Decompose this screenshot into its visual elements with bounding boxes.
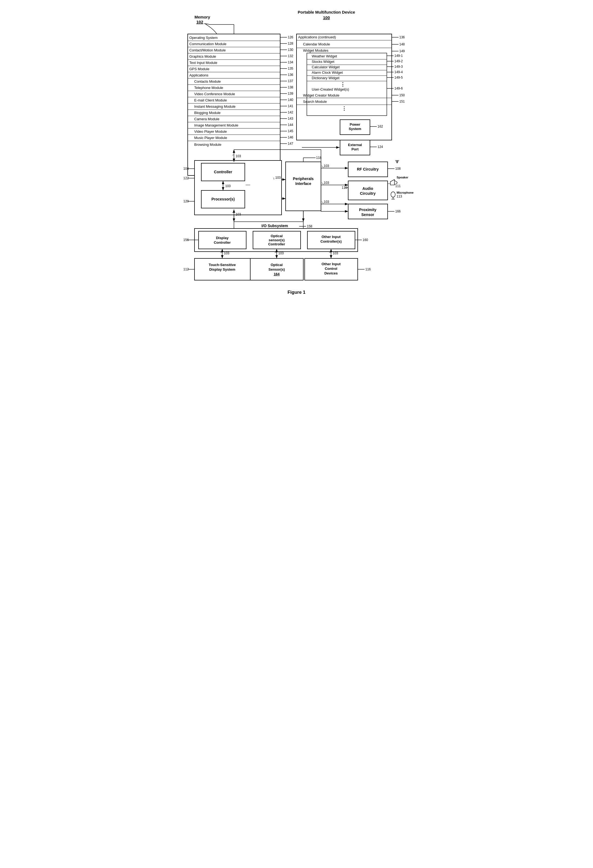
dots1: ⋮: [340, 81, 345, 87]
ref-156: 156: [183, 238, 189, 242]
videoconf-ref: 139: [288, 92, 293, 96]
proximity-label: Proximity: [359, 208, 376, 212]
bus-103-b: 103: [236, 154, 241, 158]
main-diagram: Memory 102 Portable Multifunction Device…: [180, 6, 413, 305]
apps-cont-ref: 136: [399, 35, 405, 39]
apps-ref: 136: [288, 73, 293, 77]
ref-112: 112: [183, 267, 189, 271]
contacts-ref: 137: [288, 79, 293, 83]
browsing-ref: 147: [288, 142, 293, 146]
speaker-wave: [394, 180, 397, 184]
dict-ref: 149-5: [394, 75, 403, 80]
alarm-ref: 149-4: [394, 70, 403, 74]
bus-103-a: 103: [275, 176, 281, 180]
other-devices-label2: Control: [325, 267, 337, 271]
rf-ref: 108: [395, 167, 401, 171]
proximity-ref: 166: [395, 210, 401, 213]
touch-display-label: Touch-Sensitive: [209, 263, 236, 267]
stocks-label: Stocks Widget: [312, 59, 334, 63]
search-ref: 151: [399, 100, 405, 103]
bus-103-other: 103: [333, 251, 338, 255]
camera-ref: 143: [288, 117, 293, 121]
dots2: ⋮: [342, 106, 347, 111]
im-label: Instant Messaging Module: [194, 105, 236, 109]
figure-label: Figure 1: [288, 290, 305, 295]
videoplayer-ref: 145: [288, 129, 293, 133]
os-ref: 126: [288, 35, 293, 39]
bus-103-opt: 103: [278, 251, 284, 255]
optical-ctrl-label3: Controller: [268, 242, 285, 246]
speaker-label: Speaker: [397, 176, 409, 179]
email-ref: 140: [288, 98, 293, 102]
other-input-ctrl-label2: Controller(s): [320, 239, 342, 244]
optical-sensor-label2: Sensor(s): [268, 267, 285, 272]
proximity-label2: Sensor: [361, 213, 374, 217]
telephone-ref: 138: [288, 86, 293, 89]
telephone-label: Telephone Module: [194, 86, 223, 90]
controller-label: Controller: [214, 170, 232, 174]
microphone-ref: 113: [397, 195, 402, 198]
musicplayer-label: Music Player Module: [194, 136, 227, 140]
external-ref: 124: [378, 145, 383, 149]
touch-display-label2: Display System: [209, 267, 235, 272]
processor-label: Processor(s): [211, 197, 235, 201]
rf-label: RF Circuitry: [357, 167, 379, 171]
other-devices-label: Other Input: [322, 262, 341, 266]
memory-label: Memory: [195, 15, 210, 19]
widgets-label: Widget Modules: [303, 49, 329, 53]
bus-103-bottom: 103: [236, 213, 241, 216]
calc-label: Calculator Widget: [312, 65, 340, 69]
other-input-ctrl-label: Other Input: [322, 235, 341, 239]
im-ref: 141: [288, 104, 293, 108]
gps-ref: 135: [288, 66, 293, 71]
speaker-ref: 111: [395, 184, 401, 188]
usercreated-label: User-Created Widget(s): [312, 87, 349, 92]
widgetcreator-label: Widget Creator Module: [303, 93, 339, 97]
optical-sensor-ref-label: 164: [274, 272, 280, 276]
audio-label2: Circuitry: [360, 191, 376, 196]
pmd-num: 100: [323, 15, 330, 20]
dict-label: Dictionary Widget: [312, 76, 339, 80]
bus-103-prox: 103: [324, 200, 329, 204]
speaker-icon: [390, 180, 394, 185]
widgetcreator-ref: 150: [399, 93, 405, 97]
external-port-label2: Port: [351, 147, 359, 151]
weather-ref: 149-1: [394, 54, 403, 58]
display-ctrl-label: Display: [216, 236, 229, 240]
io-subsystem-label: I/O Subsystem: [261, 224, 288, 228]
gps-label: GPS Module: [189, 67, 209, 71]
musicplayer-ref: 146: [288, 136, 293, 139]
microphone-label: Microphone: [397, 191, 413, 194]
weather-label: Weather Widget: [312, 54, 337, 58]
power-ref: 162: [378, 125, 383, 128]
power-system-label: Power: [350, 123, 360, 127]
bus-103-rf: 103: [324, 164, 329, 168]
camera-label: Camera Module: [194, 117, 220, 121]
peripherals-label2: Interface: [295, 182, 311, 186]
widgets-ref: 149: [399, 49, 405, 53]
power-system-label2: System: [349, 127, 361, 131]
diagram-container: Memory 102 Portable Multifunction Device…: [180, 6, 413, 305]
optical-sensor-label: Optical: [271, 263, 283, 267]
stocks-ref: 149-2: [394, 59, 403, 63]
bus-103-disp: 103: [224, 251, 229, 255]
audio-label: Audio: [362, 186, 373, 191]
videoplayer-label: Video Player Module: [194, 130, 227, 134]
alarm-label: Alarm Clock Widget: [312, 71, 343, 75]
blogging-label: Blogging Module: [194, 111, 221, 115]
ref-120: 120: [183, 199, 189, 203]
textinput-label: Text Input Module: [189, 61, 217, 65]
optical-ctrl-label: Optical: [271, 234, 283, 238]
io-ref: 158: [307, 224, 312, 228]
imagemgmt-label: Image Management Module: [194, 123, 238, 127]
peripherals-interface-box: [286, 162, 321, 211]
contact-ref: 130: [288, 48, 293, 52]
comm-ref: 128: [288, 41, 293, 46]
other-devices-label3: Devices: [324, 271, 338, 275]
videoconf-label: Video Conference Module: [194, 92, 235, 96]
email-label: E-mail Client Module: [194, 98, 227, 102]
ref-122: 122: [183, 176, 189, 180]
memory-curve: [205, 24, 218, 35]
apps-label: Applications: [189, 73, 209, 77]
bus-103-audio: 103: [324, 181, 329, 185]
